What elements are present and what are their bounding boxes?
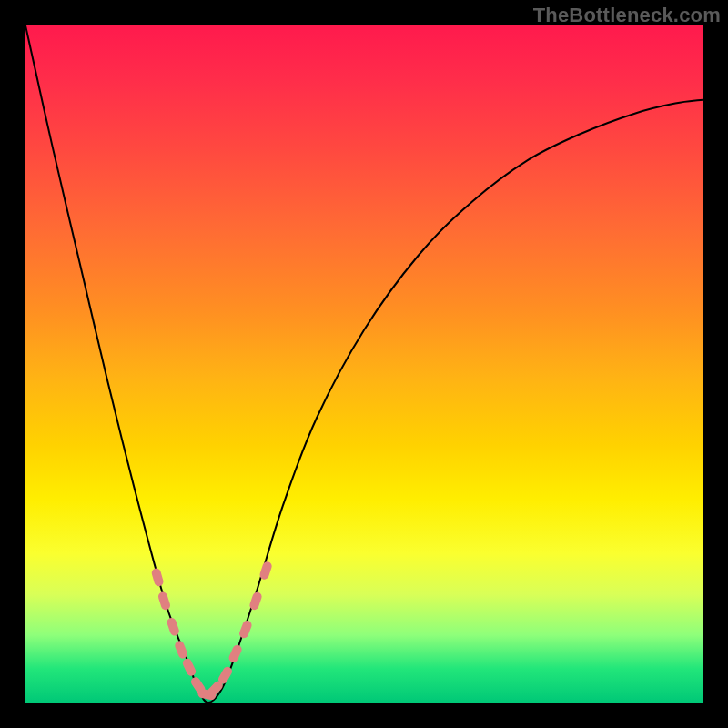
bead-marker [181, 657, 197, 677]
chart-frame: TheBottleneck.com [0, 0, 728, 728]
bead-marker [157, 591, 172, 611]
bead-marker [248, 591, 263, 611]
watermark-text: TheBottleneck.com [533, 4, 721, 27]
bead-marker [258, 561, 273, 581]
bead-marker [166, 617, 180, 637]
bead-marker [238, 619, 254, 639]
bottleneck-curve [25, 25, 703, 703]
bead-marker [228, 643, 243, 663]
beads-group [151, 561, 273, 701]
bead-marker [151, 567, 165, 587]
bottleneck-curve-svg [25, 25, 703, 703]
plot-area [25, 25, 703, 703]
